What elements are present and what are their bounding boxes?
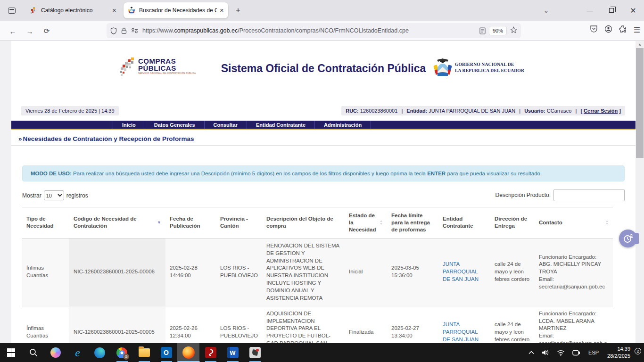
col-estado-necesidad[interactable]: Estado de la Necesidad▲▼: [345, 207, 387, 239]
vertical-scrollbar[interactable]: ∧: [636, 41, 644, 362]
col-codigo-necesidad[interactable]: Código de Necesidad de Contratación▼: [69, 207, 165, 239]
chrome-button[interactable]: G: [111, 343, 133, 362]
list-tabs-chevron-icon[interactable]: ⌄: [544, 7, 549, 14]
start-button[interactable]: [0, 343, 22, 362]
edge-button[interactable]: [89, 343, 111, 362]
nav-item-datos-generales[interactable]: Datos Generales: [145, 121, 204, 129]
back-button[interactable]: ←: [7, 25, 19, 37]
tab-close-icon[interactable]: ✕: [112, 8, 116, 14]
close-button[interactable]: ✕: [622, 0, 644, 21]
session-row: Viernes 28 de Febrero de 2025 | 14:39 RU…: [11, 106, 636, 116]
lock-icon[interactable]: [121, 27, 127, 34]
entidad-link[interactable]: JUNTA PARROQUIAL DE SAN JUAN: [443, 261, 479, 282]
col-entidad-contratante[interactable]: Entidad Contratante: [438, 207, 490, 239]
scrollbar-thumb[interactable]: [636, 48, 644, 158]
ecuador-crest-icon: [433, 58, 452, 78]
account-icon[interactable]: [604, 25, 612, 35]
nav-item-entidad-contratante[interactable]: Entidad Contratante: [247, 121, 314, 129]
clock-time: 14:39: [607, 346, 630, 353]
menu-hamburger-icon[interactable]: ☰: [634, 25, 640, 34]
pocket-icon[interactable]: [590, 25, 598, 35]
outlook-button[interactable]: O: [155, 343, 177, 362]
taskbar: e G O W ESP 14:3: [0, 343, 644, 362]
scroll-up-arrow-icon[interactable]: ∧: [636, 41, 644, 48]
cell-fecha-limite: 2025-03-05 15:36:00: [387, 238, 438, 306]
page-viewport: COMPRAS PÚBLICAS SERVICIO NACIONAL DE CO…: [0, 41, 644, 362]
government-logo: GOBIERNO NACIONAL DE LA REPUBLICA DEL EC…: [433, 58, 524, 78]
entidad-value: JUNTA PARROQUIAL DE SAN JUAN: [429, 108, 515, 114]
restore-button[interactable]: [601, 0, 622, 21]
col-contacto[interactable]: Contacto▲▼: [535, 207, 613, 239]
col-fecha-limite[interactable]: Fecha límite para la entrega de proforma…: [387, 207, 438, 239]
col-descripcion-objeto[interactable]: Descripción del Objeto de compra: [262, 207, 345, 239]
tab-buscador[interactable]: Buscador de Necesidades de Co ✕: [124, 2, 228, 18]
records-per-page-select[interactable]: 10: [44, 190, 64, 200]
entidad-link[interactable]: JUNTA PARROQUIAL DE SAN JUAN: [443, 321, 479, 342]
extensions-puzzle-icon[interactable]: [619, 25, 627, 35]
main-navigation: Inicio Datos Generales Consultar Entidad…: [11, 121, 636, 130]
internet-explorer-button[interactable]: e: [66, 343, 89, 362]
clock[interactable]: 14:39 28/2/2025: [607, 346, 630, 360]
sort-both-icon: ▲▼: [380, 220, 383, 226]
nav-item-administracion[interactable]: Administración: [314, 121, 371, 129]
new-tab-button[interactable]: +: [236, 6, 240, 15]
acrobat-button[interactable]: [199, 343, 222, 362]
windows-logo-icon: [7, 348, 16, 357]
descripcion-producto-input[interactable]: [553, 189, 625, 201]
meet-now-icon[interactable]: [572, 350, 580, 356]
col-tipo-necesidad[interactable]: Tipo de Necesidad: [22, 207, 69, 239]
necesidades-table: Tipo de Necesidad Código de Necesidad de…: [22, 207, 613, 362]
chrome-profile-badge: G: [123, 354, 129, 360]
nav-item-inicio[interactable]: Inicio: [113, 121, 145, 129]
ecuador-crest-favicon-icon: [128, 7, 135, 14]
firefox-view-icon: [8, 8, 16, 14]
system-tray: ESP 14:39 28/2/2025 2: [525, 343, 644, 362]
browser-toolbar: ← → ⟳ https://www.compraspublicas.gob.ec…: [0, 21, 644, 41]
sort-desc-icon: ▼: [157, 220, 161, 226]
tab-catalogo[interactable]: Catálogo electrónico ✕: [25, 2, 121, 18]
tab-title: Buscador de Necesidades de Co: [139, 7, 217, 14]
minimize-button[interactable]: —: [579, 0, 601, 21]
file-explorer-button[interactable]: [133, 343, 155, 362]
firefox-button[interactable]: [177, 343, 199, 362]
volume-icon[interactable]: [542, 349, 549, 356]
copilot-icon: [50, 347, 61, 358]
col-provincia-canton[interactable]: Provincia - Cantón: [216, 207, 262, 239]
reader-mode-icon[interactable]: [479, 27, 486, 34]
floating-timer-widget[interactable]: [619, 230, 637, 247]
stopwatch-icon: [623, 233, 633, 244]
tab-close-icon[interactable]: ✕: [220, 8, 224, 14]
reload-button[interactable]: ⟳: [41, 25, 53, 37]
forward-button[interactable]: →: [24, 25, 36, 37]
col-fecha-publicacion[interactable]: Fecha de Publicación: [165, 207, 216, 239]
language-indicator[interactable]: ESP: [588, 350, 599, 355]
wifi-icon[interactable]: [557, 350, 565, 356]
nav-item-consultar[interactable]: Consultar: [204, 121, 247, 129]
page-title-main: Sistema Oficial de Contratación Pública: [11, 57, 636, 75]
bookmark-star-icon[interactable]: [510, 26, 517, 35]
usage-note: MODO DE USO: Para realizar una búsqueda …: [22, 165, 625, 181]
cell-estado: Inicial: [345, 238, 387, 306]
cell-direccion: calle 24 de mayo y leon febres cordero: [490, 238, 535, 306]
show-records-control: Mostrar10registros: [22, 190, 88, 200]
col-direccion-entrega[interactable]: Dirección de Entrega: [490, 207, 535, 239]
firefox-icon: [182, 346, 195, 359]
tab-title: Catálogo electrónico: [41, 7, 109, 14]
tray-chevron-up-icon[interactable]: [528, 351, 534, 354]
gov-text-line2: LA REPUBLICA DEL ECUADOR: [455, 68, 524, 74]
zoom-level-chip[interactable]: 90%: [489, 26, 506, 35]
permissions-icon[interactable]: [131, 28, 138, 33]
shield-icon[interactable]: [110, 27, 117, 34]
copilot-button[interactable]: [44, 343, 66, 362]
search-button[interactable]: [22, 343, 44, 362]
usage-note-label: MODO DE USO:: [31, 171, 72, 176]
cell-tipo: Ínfimas Cuantías: [22, 238, 69, 306]
date-chip: Viernes 28 de Febrero de 2025 | 14:39: [21, 106, 119, 115]
table-controls: Mostrar10registros Descripción Producto:: [22, 189, 625, 202]
word-button[interactable]: W: [222, 343, 244, 362]
firefox-view-button[interactable]: [5, 3, 19, 17]
logout-link[interactable]: Cerrar Sesión: [584, 108, 618, 114]
url-text[interactable]: https://www.compraspublicas.gob.ec/Proce…: [142, 27, 479, 34]
url-bar[interactable]: https://www.compraspublicas.gob.ec/Proce…: [107, 23, 521, 38]
java-app-button[interactable]: [244, 343, 266, 362]
